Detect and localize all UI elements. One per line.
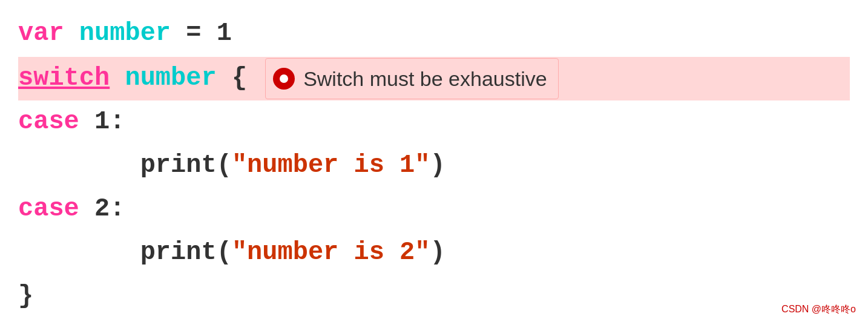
print-func-1: print( [140,145,232,186]
keyword-var: var [18,13,64,54]
space-3 [202,13,217,54]
var-number: number [79,13,171,54]
code-line-1: var number = 1 [18,12,850,56]
print-func-2: print( [140,232,232,273]
string-value-1: "number is 1" [232,145,430,186]
close-brace: } [18,276,33,317]
watermark: CSDN @咚咚咚o [781,303,856,316]
switch-var-number: number [125,58,216,99]
keyword-case-2: case [18,189,79,229]
error-message: Switch must be exhaustive [303,62,547,95]
space-2 [171,13,186,54]
string-value-2: "number is 2" [232,232,430,273]
case-value-2: 2: [94,189,125,229]
close-paren-1: ) [430,145,446,186]
space-4 [110,58,125,99]
indent-1 [18,145,140,186]
space-1 [64,13,79,54]
number-value-1: 1 [217,13,232,54]
code-line-5: case 2: [18,188,850,231]
error-icon [273,68,295,90]
code-line-3: case 1: [18,100,850,144]
keyword-switch: switch [18,58,110,99]
space-7 [79,189,94,229]
code-line-4: print( "number is 1" ) [18,144,850,188]
open-brace: { [232,58,247,99]
code-line-7: } [18,275,850,318]
code-line-6: print( "number is 2" ) [18,231,850,275]
keyword-case-1: case [18,102,79,142]
space-6 [79,102,94,142]
error-icon-inner [280,74,288,83]
case-value-1: 1: [94,102,125,142]
space-5 [217,58,232,99]
error-tooltip: Switch must be exhaustive [265,58,559,99]
indent-2 [18,232,140,273]
equals-operator: = [186,13,201,54]
close-paren-2: ) [430,232,446,273]
code-line-2: switch number { Switch must be exhaustiv… [18,57,850,100]
code-container: var number = 1 switch number { Switch mu… [0,0,868,322]
